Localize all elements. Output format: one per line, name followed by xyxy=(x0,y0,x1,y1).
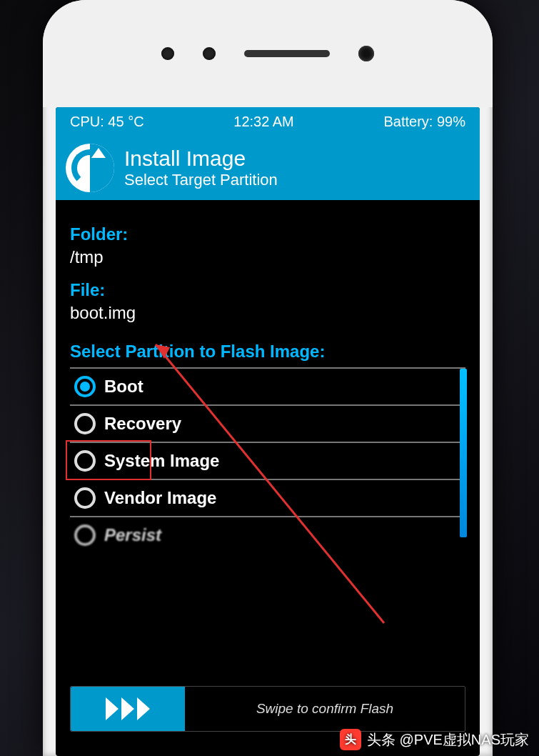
radio-icon xyxy=(74,450,96,472)
status-bar: CPU: 45 °C 12:32 AM Battery: 99% xyxy=(56,107,480,136)
earpiece-speaker xyxy=(244,50,330,57)
status-cpu: CPU: 45 °C xyxy=(70,114,144,130)
partition-label: Persist xyxy=(104,525,161,545)
partition-label: Vendor Image xyxy=(104,488,216,508)
partition-label: Recovery xyxy=(104,414,181,434)
chevron-right-icon xyxy=(106,697,119,720)
watermark-text: 头条 @PVE虚拟NAS玩家 xyxy=(367,730,529,750)
app-header: Install Image Select Target Partition xyxy=(56,136,480,200)
partition-option-persist[interactable]: Persist xyxy=(70,517,465,553)
page-title: Install Image xyxy=(124,146,278,171)
watermark: 头 头条 @PVE虚拟NAS玩家 xyxy=(340,729,529,750)
swipe-label: Swipe to confirm Flash xyxy=(185,701,465,717)
partition-option-recovery[interactable]: Recovery xyxy=(70,406,465,443)
partition-option-vendor-image[interactable]: Vendor Image xyxy=(70,480,465,517)
swipe-to-confirm[interactable]: Swipe to confirm Flash xyxy=(70,686,465,732)
phone-bezel-top xyxy=(43,0,493,107)
toutiao-icon: 头 xyxy=(340,729,361,750)
status-battery: Battery: 99% xyxy=(383,114,465,130)
front-camera xyxy=(358,46,374,61)
page-subtitle: Select Target Partition xyxy=(124,171,278,189)
photo-background: CPU: 45 °C 12:32 AM Battery: 99% Install… xyxy=(0,0,539,756)
partition-list[interactable]: Boot Recovery System Image Vendor Image xyxy=(70,367,465,553)
radio-icon xyxy=(74,487,96,509)
phone-frame: CPU: 45 °C 12:32 AM Battery: 99% Install… xyxy=(43,0,493,756)
file-value: boot.img xyxy=(70,303,465,323)
partition-option-system-image[interactable]: System Image xyxy=(70,443,465,480)
radio-icon xyxy=(74,524,96,546)
swipe-handle[interactable] xyxy=(71,687,185,731)
folder-value: /tmp xyxy=(70,247,465,267)
sensor-dot xyxy=(161,47,174,60)
sensor-dot xyxy=(203,47,216,60)
partition-option-boot[interactable]: Boot xyxy=(70,369,465,406)
file-label: File: xyxy=(70,280,465,300)
chevron-right-icon xyxy=(121,697,134,720)
phone-screen: CPU: 45 °C 12:32 AM Battery: 99% Install… xyxy=(56,107,480,756)
partition-section-title: Select Partition to Flash Image: xyxy=(70,342,465,362)
folder-label: Folder: xyxy=(70,224,465,244)
partition-label: System Image xyxy=(104,451,219,471)
partition-label: Boot xyxy=(104,377,143,397)
radio-icon xyxy=(74,413,96,434)
twrp-logo-icon xyxy=(66,144,114,192)
chevron-right-icon xyxy=(137,697,150,720)
status-time: 12:32 AM xyxy=(233,114,294,130)
radio-icon xyxy=(74,376,96,397)
content-area: Folder: /tmp File: boot.img Select Parti… xyxy=(56,200,480,756)
